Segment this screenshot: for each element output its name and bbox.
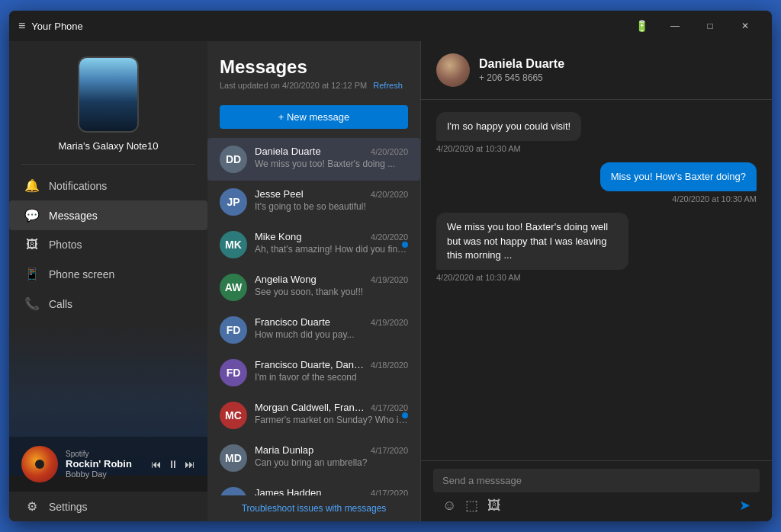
messages-header: Messages Last updated on 4/20/2020 at 12… (207, 41, 420, 99)
conversation-list: DD Daniela Duarte 4/20/2020 We miss you … (207, 138, 420, 495)
conv-name: James Hadden (255, 487, 321, 495)
conv-preview: Ah, that's amazing! How did you find him… (255, 244, 408, 255)
avatar: FD (220, 359, 247, 386)
next-track-button[interactable]: ⏭ (185, 458, 195, 470)
list-item[interactable]: FD Francisco Duarte 4/19/2020 How much d… (207, 309, 420, 351)
spotify-artist: Bobby Day (66, 470, 143, 479)
message-time: 4/20/2020 at 10:30 AM (436, 273, 521, 282)
sidebar-item-messages[interactable]: 💬 Messages (9, 200, 207, 230)
conv-preview: How much did you pay... (255, 329, 408, 340)
phone-name: Maria's Galaxy Note10 (58, 140, 158, 152)
app-title: Your Phone (31, 21, 82, 32)
avatar: AW (220, 274, 247, 301)
conv-date: 4/20/2020 (371, 147, 408, 156)
refresh-link[interactable]: Refresh (373, 81, 403, 90)
prev-track-button[interactable]: ⏮ (151, 458, 162, 470)
conv-name: Francisco Duarte (255, 316, 330, 328)
avatar: DD (220, 146, 247, 173)
message-time: 4/20/2020 at 10:30 AM (436, 144, 521, 153)
sidebar-item-notifications[interactable]: 🔔 Notifications (9, 171, 207, 200)
list-item[interactable]: FD Francisco Duarte, Daniela ... 4/18/20… (207, 351, 420, 394)
send-button[interactable]: ➤ (739, 497, 750, 514)
message-group: Miss you! How's Baxter doing? 4/20/2020 … (436, 162, 757, 204)
message-bubble: Miss you! How's Baxter doing? (600, 162, 757, 191)
new-message-button[interactable]: + New message (220, 105, 408, 129)
phone-frame (78, 56, 139, 133)
conv-name: Maria Dunlap (255, 444, 313, 456)
chat-avatar-image (436, 53, 470, 87)
settings-label: Settings (49, 501, 88, 513)
conv-date: 4/20/2020 (371, 232, 408, 242)
settings-item[interactable]: ⚙ Settings (9, 492, 207, 521)
titlebar-controls: — □ ✕ (657, 14, 763, 37)
avatar: JH (220, 487, 247, 495)
list-item[interactable]: MD Maria Dunlap 4/17/2020 Can you bring … (207, 437, 420, 479)
titlebar-left: ≡ Your Phone (18, 19, 635, 33)
conv-info: Francisco Duarte 4/19/2020 How much did … (255, 316, 408, 340)
messages-title: Messages (220, 56, 408, 78)
conv-date: 4/20/2020 (371, 190, 408, 199)
message-time: 4/20/2020 at 10:30 AM (672, 194, 757, 204)
avatar: MD (220, 444, 247, 472)
maximize-button[interactable]: □ (693, 14, 728, 37)
emoji-button[interactable]: ☺ (442, 498, 456, 514)
list-item[interactable]: JH James Hadden 4/17/2020 Cool! Ms. Zenk… (207, 479, 420, 495)
conv-name: Francisco Duarte, Daniela ... (255, 359, 365, 370)
conv-name: Angelia Wong (255, 274, 317, 285)
unread-indicator (402, 412, 408, 418)
chat-panel: Daniela Duarte + 206 545 8665 I'm so hap… (421, 41, 772, 521)
minimize-button[interactable]: — (657, 14, 693, 37)
sidebar-item-phone-screen[interactable]: 📱 Phone screen (9, 259, 207, 289)
notifications-icon: 🔔 (24, 178, 40, 193)
spotify-track-title: Rockin' Robin (66, 458, 143, 470)
sidebar-item-label-photos: Photos (49, 239, 82, 251)
sidebar-item-label-notifications: Notifications (49, 180, 107, 192)
spotify-app-label: Spotify (66, 450, 143, 458)
conv-date: 4/19/2020 (371, 275, 408, 284)
list-item[interactable]: DD Daniela Duarte 4/20/2020 We miss you … (207, 138, 420, 181)
phone-screen-image (79, 58, 137, 131)
sidebar-item-label-messages: Messages (49, 210, 98, 222)
last-updated-text: Last updated on 4/20/2020 at 12:12 PM (220, 81, 367, 90)
list-item[interactable]: JP Jesse Peel 4/20/2020 It's going to be… (207, 181, 420, 223)
messages-icon: 💬 (24, 208, 40, 223)
list-item[interactable]: MC Morgan Caldwell, Francisco ... 4/17/2… (207, 394, 420, 437)
spotify-info: Spotify Rockin' Robin Bobby Day (66, 450, 143, 479)
phone-preview: Maria's Galaxy Note10 (9, 41, 207, 164)
conv-name: Jesse Peel (255, 188, 304, 200)
conv-info: Maria Dunlap 4/17/2020 Can you bring an … (255, 444, 408, 468)
photos-icon: 🖼 (24, 238, 40, 252)
messages-subtitle: Last updated on 4/20/2020 at 12:12 PM Re… (220, 81, 408, 90)
close-button[interactable]: ✕ (728, 14, 763, 37)
settings-icon: ⚙ (24, 499, 40, 514)
list-item[interactable]: AW Angelia Wong 4/19/2020 See you soon, … (207, 266, 420, 309)
image-button[interactable]: 🖼 (487, 498, 501, 514)
unread-indicator (402, 242, 408, 248)
conv-info: Morgan Caldwell, Francisco ... 4/17/2020… (255, 402, 408, 425)
sticker-button[interactable]: ⬚ (465, 497, 478, 514)
sidebar-item-label-phone-screen: Phone screen (49, 268, 114, 280)
conv-preview: Can you bring an umbrella? (255, 457, 408, 468)
sidebar-item-calls[interactable]: 📞 Calls (9, 289, 207, 319)
conv-date: 4/17/2020 (371, 403, 408, 412)
chat-toolbar: ☺ ⬚ 🖼 ➤ (433, 492, 760, 514)
chat-input[interactable] (442, 475, 750, 486)
hamburger-icon[interactable]: ≡ (18, 19, 25, 33)
titlebar: ≡ Your Phone 🔋 — □ ✕ (9, 11, 772, 41)
sidebar-item-photos[interactable]: 🖼 Photos (9, 230, 207, 259)
conv-preview: It's going to be so beautiful! (255, 201, 408, 212)
message-bubble: We miss you too! Baxter's doing well but… (436, 213, 628, 270)
conv-name: Mike Kong (255, 231, 301, 242)
conv-name: Morgan Caldwell, Francisco ... (255, 402, 365, 413)
avatar: FD (220, 316, 247, 344)
conv-info: Daniela Duarte 4/20/2020 We miss you too… (255, 146, 408, 169)
list-item[interactable]: MK Mike Kong 4/20/2020 Ah, that's amazin… (207, 223, 420, 266)
conv-preview: See you soon, thank you!!! (255, 287, 408, 297)
conv-info: Angelia Wong 4/19/2020 See you soon, tha… (255, 274, 408, 297)
play-pause-button[interactable]: ⏸ (168, 458, 178, 470)
messages-panel: Messages Last updated on 4/20/2020 at 12… (207, 41, 421, 521)
conv-preview: We miss you too! Baxter's doing ... (255, 159, 408, 169)
message-group: I'm so happy you could visit! 4/20/2020 … (436, 112, 757, 153)
app-window: ≡ Your Phone 🔋 — □ ✕ Maria's Galaxy Note… (9, 11, 772, 521)
troubleshoot-link[interactable]: Troubleshoot issues with messages (207, 495, 420, 521)
